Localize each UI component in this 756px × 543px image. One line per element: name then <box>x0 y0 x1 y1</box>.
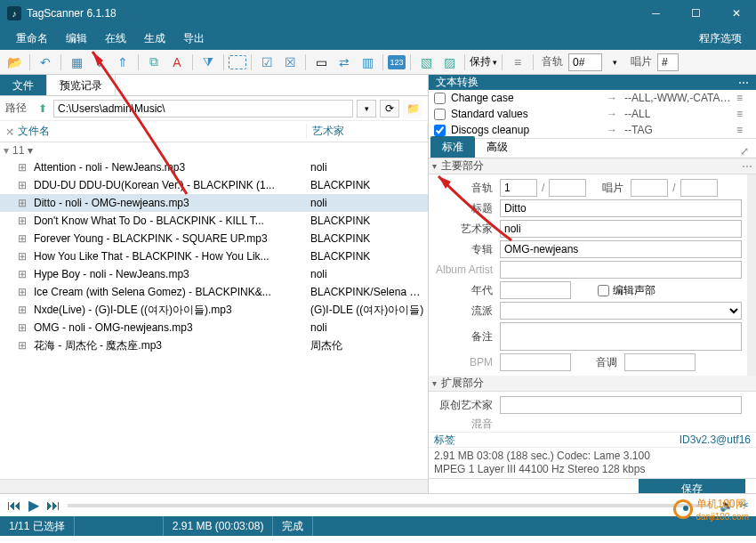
numbers-icon[interactable]: 123 <box>388 55 406 69</box>
deselect-icon[interactable]: ☒ <box>279 52 301 73</box>
tab-preview[interactable]: 预览记录 <box>47 75 116 95</box>
maximize-button[interactable]: ☐ <box>676 0 716 27</box>
field-icon[interactable]: ▭ <box>310 52 332 73</box>
selection-icon[interactable] <box>229 55 246 69</box>
columns-icon[interactable]: ▥ <box>357 52 378 73</box>
font-icon[interactable]: A <box>166 52 188 73</box>
next-icon[interactable]: ⏭ <box>46 498 60 514</box>
album-input[interactable] <box>500 240 742 258</box>
path-dropdown-icon[interactable]: ▾ <box>357 100 376 118</box>
triangle-down-icon: ▾ <box>432 378 437 388</box>
file-row[interactable]: ⊞Ditto - noli - OMG-newjeans.mp3noli <box>0 194 428 212</box>
menu-online[interactable]: 在线 <box>96 28 135 50</box>
browse-icon[interactable]: 📁 <box>403 100 422 118</box>
title-input[interactable] <box>500 199 742 217</box>
genre-select[interactable] <box>500 302 742 320</box>
year-input[interactable] <box>500 281 571 299</box>
menu-program-options[interactable]: 程序选项 <box>692 28 749 50</box>
vertical-scrollbar[interactable] <box>747 174 756 376</box>
subtab-advanced[interactable]: 高级 <box>475 136 519 158</box>
album-label: 专辑 <box>429 242 500 257</box>
prev-icon[interactable]: ⏮ <box>7 498 21 514</box>
track-total-input[interactable] <box>549 179 586 197</box>
list-icon[interactable]: ≡ <box>507 52 528 73</box>
transform-menu-icon[interactable]: ≡ <box>736 108 751 120</box>
file-row[interactable]: ⊞Attention - noli - NewJeans.mp3noli <box>0 158 428 176</box>
disc-input[interactable] <box>631 179 668 197</box>
sort-up-icon[interactable]: ⇑ <box>112 52 133 73</box>
subtab-standard[interactable]: 标准 <box>430 136 475 158</box>
disc-total-input[interactable] <box>680 179 718 197</box>
expand-icon[interactable]: ⤢ <box>740 145 756 158</box>
image2-icon[interactable]: ▨ <box>438 52 460 73</box>
select-all-icon[interactable]: ☑ <box>256 52 277 73</box>
bpm-input[interactable] <box>500 353 571 371</box>
transform-menu-icon[interactable]: ≡ <box>736 124 751 136</box>
comment-input[interactable] <box>500 322 742 351</box>
origartist-input[interactable] <box>500 396 742 414</box>
edit-voice-checkbox[interactable] <box>598 285 609 296</box>
file-expand-icon: ⊞ <box>18 268 28 280</box>
open-folder-icon[interactable]: 📂 <box>4 52 25 73</box>
file-artist: BLACKPINK <box>307 215 428 227</box>
file-row[interactable]: ⊞Don't Know What To Do - BLACKPINK - KIL… <box>0 212 428 230</box>
track-field[interactable] <box>568 53 602 71</box>
track-dropdown-icon[interactable]: ▾ <box>604 52 625 73</box>
horizontal-scrollbar[interactable] <box>0 479 428 493</box>
transform-checkbox[interactable] <box>434 125 446 136</box>
refresh-icon[interactable]: ⟳ <box>380 100 399 118</box>
transform-checkbox[interactable] <box>434 93 446 104</box>
save-button[interactable]: 保存 <box>639 479 745 493</box>
menu-export[interactable]: 导出 <box>174 28 213 50</box>
file-row[interactable]: ⊞Forever Young - BLACKPINK - SQUARE UP.m… <box>0 230 428 247</box>
menu-generate[interactable]: 生成 <box>135 28 174 50</box>
grid-icon[interactable]: ▦ <box>66 52 87 73</box>
track-input[interactable] <box>500 179 537 197</box>
transform-label: Discogs cleanup <box>451 124 601 136</box>
tab-file[interactable]: 文件 <box>0 75 47 95</box>
transform-menu-icon[interactable]: ≡ <box>736 92 751 104</box>
file-row[interactable]: ⊞花海 - 周杰伦 - 魔杰座.mp3周杰伦 <box>0 336 428 354</box>
file-row[interactable]: ⊞OMG - noli - OMG-newjeans.mp3noli <box>0 319 428 336</box>
albumartist-input[interactable] <box>500 261 742 279</box>
undo-icon[interactable]: ↶ <box>35 52 56 73</box>
close-button[interactable]: ✕ <box>716 0 756 27</box>
parent-folder-icon[interactable]: ⬆ <box>36 101 50 116</box>
minimize-button[interactable]: ─ <box>636 0 676 27</box>
file-name: Attention - noli - NewJeans.mp3 <box>34 161 185 174</box>
key-label: 音调 <box>571 355 624 370</box>
more-icon[interactable]: ⋯ <box>738 77 749 89</box>
play-icon[interactable]: ▶ <box>28 497 39 514</box>
file-expand-icon: ⊞ <box>18 250 28 263</box>
path-input[interactable] <box>53 100 353 118</box>
file-row[interactable]: ⊞Nxde(Live) - (G)I-DLE ((여자)아이들).mp3(G)I… <box>0 301 428 319</box>
swap-icon[interactable]: ⇄ <box>334 52 355 73</box>
section-main-header[interactable]: ▾ 主要部分 ⋯ <box>429 158 756 174</box>
file-row[interactable]: ⊞How You Like That - BLACKPINK - How You… <box>0 247 428 265</box>
file-row[interactable]: ⊞Hype Boy - noli - NewJeans.mp3noli <box>0 265 428 283</box>
transform-checkbox[interactable] <box>434 109 446 120</box>
folder-header[interactable]: ▾ 11 ▾ <box>0 142 428 158</box>
sort-down-icon[interactable]: ⇓ <box>89 52 110 73</box>
column-filename[interactable]: ⤨ 文件名 <box>0 124 307 139</box>
column-artist[interactable]: 艺术家 <box>307 124 428 139</box>
image-icon[interactable]: ▧ <box>415 52 437 73</box>
section-more-icon[interactable]: ⋯ <box>742 160 752 173</box>
filter-icon[interactable]: ⧩ <box>197 52 219 73</box>
key-input[interactable] <box>624 353 696 371</box>
file-row[interactable]: ⊞DDU-DU DDU-DU(Korean Ver.) - BLACKPINK … <box>0 176 428 194</box>
menu-rename[interactable]: 重命名 <box>7 28 57 50</box>
disc-field[interactable] <box>657 53 679 71</box>
keep-dropdown[interactable]: 保持 ▾ <box>470 54 497 69</box>
artist-label: 艺术家 <box>429 222 500 237</box>
status-done: 完成 <box>273 516 313 536</box>
seek-bar[interactable] <box>68 504 712 507</box>
copy-icon[interactable]: ⧉ <box>143 52 165 73</box>
file-name: Hype Boy - noli - NewJeans.mp3 <box>34 268 189 280</box>
codec-info: 2.91 MB 03:08 (188 sec.) Codec: Lame 3.1… <box>429 448 756 479</box>
artist-input[interactable] <box>500 220 742 238</box>
menu-edit[interactable]: 编辑 <box>57 28 96 50</box>
section-extended-header[interactable]: ▾ 扩展部分 <box>429 376 756 392</box>
file-row[interactable]: ⊞Ice Cream (with Selena Gomez) - BLACKPI… <box>0 283 428 301</box>
file-name: OMG - noli - OMG-newjeans.mp3 <box>34 321 193 334</box>
